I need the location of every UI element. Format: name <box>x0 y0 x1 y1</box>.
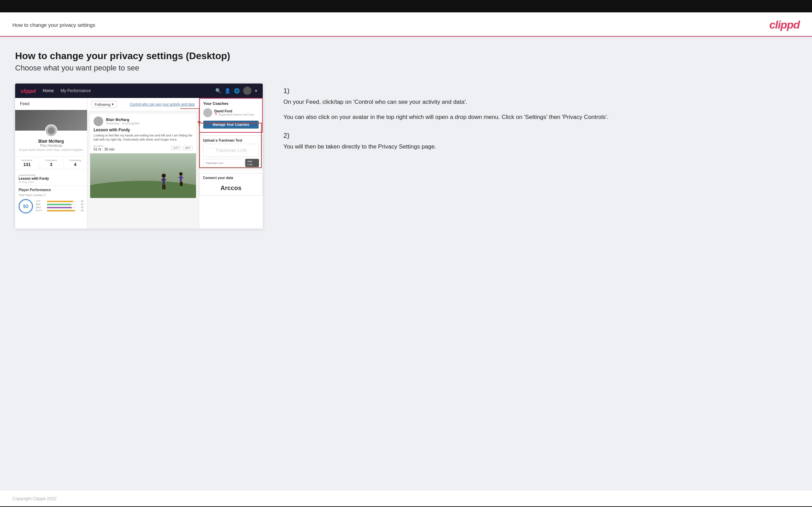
coach-row: David Ford 📍 Royal North Devon Golf Club <box>200 107 262 119</box>
main-subheading: Choose what you want people to see <box>15 64 797 73</box>
trackman-box: Trackman Link <box>203 144 259 157</box>
add-link-button[interactable]: Add Link <box>245 159 259 167</box>
manage-coaches-button[interactable]: Manage Your Coaches <box>203 121 259 129</box>
bar-ott-track <box>47 201 76 202</box>
post-meta: Yesterday · Sunningdale <box>106 122 139 125</box>
profile-banner <box>15 110 87 131</box>
app-screenshot: clippd Home My Performance 🔍 👤 🌐 ▾ Feed <box>15 84 263 229</box>
site-footer: Copyright Clippd 2022 <box>0 490 812 506</box>
latest-activity-date: 03 Aug 2022 <box>19 180 84 184</box>
app-body: Feed Blair McHarg Plus Handicap Royal No… <box>15 98 263 229</box>
app-logo: clippd <box>21 88 36 94</box>
trackman-input-row: Add Link <box>203 159 259 167</box>
duration-value: 01 hr : 30 min <box>94 147 115 151</box>
svg-point-7 <box>179 172 183 176</box>
person-icon[interactable]: 👤 <box>225 88 230 93</box>
arccos-logo: Arccos <box>199 181 262 195</box>
instruction-1: 1) On your Feed, click/tap on 'Control w… <box>283 87 797 122</box>
following-button[interactable]: Following ▾ <box>91 101 117 108</box>
bar-app: APP 85 <box>36 203 84 206</box>
bar-putt: PUTT 96 <box>36 209 84 212</box>
profile-handicap: Plus Handicap <box>18 144 84 147</box>
instruction-2: 2) You will then be taken directly to th… <box>283 132 797 151</box>
site-logo: clippd <box>769 19 800 31</box>
trackman-section: Upload a Trackman Test Trackman Link Add… <box>199 135 263 170</box>
svg-rect-3 <box>163 178 165 185</box>
bar-putt-label: PUTT <box>36 209 45 212</box>
instruction-2-number: 2) <box>283 132 797 140</box>
profile-club: Royal North Devon Golf Club, United King… <box>18 148 84 152</box>
control-privacy-link[interactable]: Control who can see your activity and da… <box>130 102 195 106</box>
main-heading: How to change your privacy settings (Des… <box>15 51 797 62</box>
stat-activities-value: 131 <box>16 162 38 167</box>
instruction-2-text: You will then be taken directly to the P… <box>283 142 797 151</box>
svg-rect-8 <box>180 176 182 182</box>
app-feed: Following ▾ Control who can see your act… <box>87 98 199 229</box>
page-title: How to change your privacy settings <box>12 22 95 28</box>
bar-ott-value: 90 <box>77 200 84 202</box>
post-header: Blair McHarg Yesterday · Sunningdale <box>90 114 196 128</box>
svg-point-2 <box>162 174 166 178</box>
profile-name: Blair McHarg <box>18 139 84 144</box>
instruction-1-number: 1) <box>283 87 797 95</box>
bar-arg-fill <box>47 207 72 208</box>
app-sidebar: Feed Blair McHarg Plus Handicap Royal No… <box>15 98 87 229</box>
app-right-panel: Your Coaches David Ford 📍 Royal North De… <box>199 98 263 229</box>
trackman-placeholder: Trackman Link <box>207 147 255 153</box>
app-nav-icons: 🔍 👤 🌐 ▾ <box>215 87 257 95</box>
bar-arg-label: ARG <box>36 206 45 209</box>
stat-following-value: 4 <box>64 162 86 167</box>
tag-ott: OTT <box>171 146 181 150</box>
bar-arg: ARG 86 <box>36 206 84 209</box>
svg-rect-6 <box>164 185 165 189</box>
footer-text: Copyright Clippd 2022 <box>12 496 57 501</box>
svg-rect-4 <box>161 179 166 180</box>
bar-app-value: 85 <box>77 203 84 206</box>
connect-section: Connect your data Arccos <box>199 173 263 196</box>
coach-avatar <box>203 108 212 117</box>
chevron-icon: ▾ <box>112 102 114 107</box>
post-body: Looking to feel like my hands are exitin… <box>90 134 196 143</box>
latest-label: Latest Activity <box>19 174 84 177</box>
instructions-panel: 1) On your Feed, click/tap on 'Control w… <box>277 84 797 161</box>
app-nav-home[interactable]: Home <box>43 88 54 93</box>
quality-value: 92 <box>23 203 29 209</box>
app-nav-performance[interactable]: My Performance <box>61 88 91 93</box>
post-duration: Duration 01 hr : 30 min OTT APP <box>90 143 196 153</box>
main-content: How to change your privacy settings (Des… <box>0 37 812 490</box>
stat-following: Following 4 <box>63 157 87 169</box>
feed-tab[interactable]: Feed <box>15 98 87 110</box>
pin-icon: 📍 <box>214 113 218 116</box>
user-avatar[interactable] <box>243 87 251 95</box>
quality-circle: 92 <box>19 199 33 213</box>
info-icon: ⓘ <box>43 194 46 197</box>
search-icon[interactable]: 🔍 <box>215 88 221 93</box>
post-user-avatar <box>94 117 103 126</box>
latest-activity: Latest Activity Lesson with Fordy 03 Aug… <box>15 172 87 186</box>
feed-post: Blair McHarg Yesterday · Sunningdale Les… <box>90 114 196 198</box>
coach-name: David Ford <box>214 109 254 113</box>
quality-row: Total Player Quality ⓘ <box>19 193 84 197</box>
post-user-name: Blair McHarg <box>106 118 139 122</box>
globe-icon[interactable]: 🌐 <box>234 88 240 93</box>
bar-putt-value: 96 <box>77 209 84 212</box>
bar-app-track <box>47 204 76 205</box>
coach-club: 📍 Royal North Devon Golf Club <box>214 113 254 116</box>
app-navbar: clippd Home My Performance 🔍 👤 🌐 ▾ <box>15 84 263 98</box>
quality-chart: 92 OTT 90 <box>19 199 84 213</box>
stat-followers: Followers 3 <box>39 157 63 169</box>
feed-header: Following ▾ Control who can see your act… <box>87 98 199 111</box>
svg-rect-11 <box>181 182 183 186</box>
svg-rect-9 <box>178 177 183 178</box>
quality-bars: OTT 90 APP <box>36 200 84 212</box>
trackman-input[interactable] <box>203 159 244 167</box>
instruction-1-extra: You can also click on your avatar in the… <box>283 113 797 122</box>
chevron-down-icon: ▾ <box>255 88 257 93</box>
golf-image <box>90 153 196 198</box>
svg-rect-10 <box>180 182 181 186</box>
post-user-info: Blair McHarg Yesterday · Sunningdale <box>106 118 139 125</box>
profile-stats: Activities 131 Followers 3 Following 4 <box>15 156 87 169</box>
stat-following-label: Following <box>64 159 86 162</box>
bar-app-label: APP <box>36 203 45 206</box>
quality-label: Total Player Quality <box>19 194 42 197</box>
